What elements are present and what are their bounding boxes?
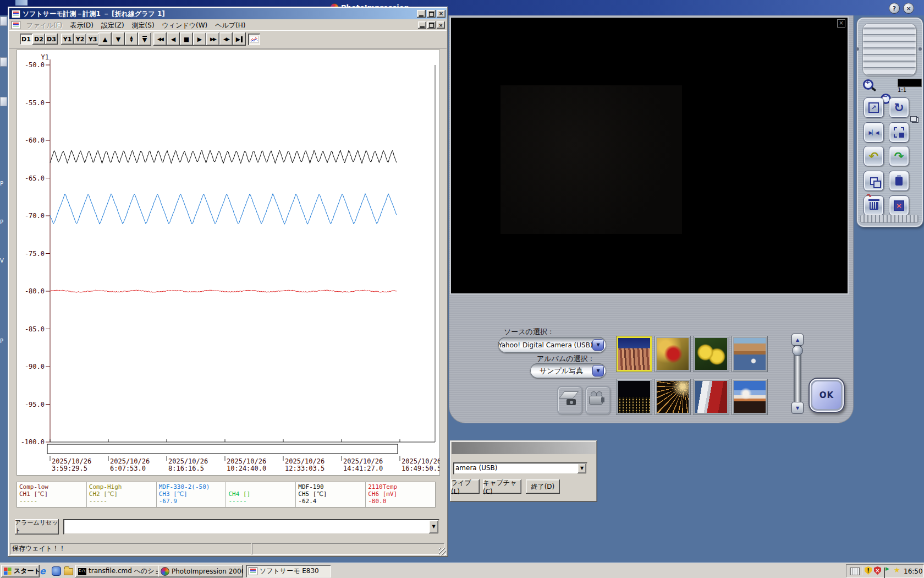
- paste-button[interactable]: [889, 171, 909, 191]
- copy-icon: [870, 177, 878, 185]
- undo-button[interactable]: [864, 146, 884, 166]
- quicklaunch-folder-icon[interactable]: [64, 568, 73, 575]
- taskbar-task-0[interactable]: C:\transfile.cmd へのショート...: [75, 565, 161, 577]
- safely-remove-icon[interactable]: [884, 568, 885, 578]
- channel-cell-2[interactable]: Comp-HighCH2 [℃]-----: [87, 482, 157, 507]
- graph-panel: Y1-50.0-55.0-60.0-65.0-70.0-75.0-80.0-85…: [16, 50, 440, 476]
- alarm-combo[interactable]: ▼: [63, 519, 439, 535]
- keyboard-layout-icon[interactable]: [850, 568, 860, 575]
- redo-button[interactable]: [889, 146, 909, 166]
- thumbnail-yellow-flowers[interactable]: [693, 336, 729, 372]
- copy-button[interactable]: [864, 171, 884, 191]
- measurement-titlebar[interactable]: ソフトサーモ計測－計測1 － [折れ線グラフ 1] ×: [9, 8, 447, 19]
- ok-button[interactable]: OK: [809, 378, 845, 413]
- security-alert-icon[interactable]: ×: [874, 566, 881, 575]
- camera-combo[interactable]: amera (USB) ▼: [453, 462, 587, 475]
- drive-button[interactable]: ライブ(L): [451, 479, 480, 494]
- resize-image-button[interactable]: [864, 97, 884, 118]
- toolbar-rewind-button[interactable]: ◀◀: [153, 32, 167, 46]
- thumbnail-lighthouse-ship[interactable]: [693, 379, 729, 415]
- menu-3[interactable]: 測定(S): [128, 20, 158, 31]
- album-dropdown-icon[interactable]: ▼: [592, 365, 604, 377]
- channel-cell-5[interactable]: MDF-190CH5 [℃]-62.4: [296, 482, 366, 507]
- toolbar-fast-forward-button[interactable]: ▶▶: [206, 32, 219, 46]
- alarm-reset-button[interactable]: アラームリセット: [15, 519, 59, 535]
- toolbar-stop-button[interactable]: ■: [180, 32, 193, 46]
- menu-1[interactable]: 表示(D): [66, 20, 97, 31]
- security-warning-icon[interactable]: !: [865, 566, 872, 575]
- capture-button[interactable]: キャプチャ(C): [483, 479, 521, 494]
- channel-cell-6[interactable]: 2110TempCH6 [mV]-80.0: [366, 482, 435, 507]
- scroll-down-icon[interactable]: ▼: [791, 402, 804, 414]
- taskbar-task-1[interactable]: PhotoImpression 2000: [158, 565, 243, 577]
- channel-cell-4[interactable]: CH4 []-----: [226, 482, 296, 507]
- crop-rotate-button[interactable]: [889, 122, 909, 143]
- delete-trash-button[interactable]: [864, 195, 884, 216]
- star-icon[interactable]: ★: [894, 566, 900, 574]
- toolbar-step-right-button[interactable]: ▶: [193, 32, 206, 46]
- palette-gripper[interactable]: [862, 23, 916, 76]
- zoom-ratio-label[interactable]: 1:1: [898, 87, 906, 93]
- resize-grip[interactable]: [439, 548, 446, 555]
- close-button[interactable]: ×: [903, 3, 914, 14]
- video-source-button[interactable]: [585, 386, 610, 415]
- toolbar-button-d3[interactable]: D3: [45, 34, 58, 45]
- thumbnail-light-web[interactable]: [654, 379, 691, 415]
- mdi-child-icon[interactable]: [12, 21, 20, 29]
- thumbnail-harbor-village[interactable]: [732, 336, 768, 372]
- scrollbar-thumb[interactable]: [792, 345, 803, 356]
- channel-title: [228, 483, 293, 490]
- alarm-dropdown-icon[interactable]: ▼: [429, 520, 438, 533]
- toolbar-step-left-button[interactable]: ◀: [167, 32, 180, 46]
- thumbnail-rock-towers[interactable]: [616, 336, 652, 372]
- toolbar-jump-end-button[interactable]: ▶: [233, 32, 246, 46]
- mdi-minimize-button[interactable]: [418, 21, 426, 29]
- source-dropdown-icon[interactable]: ▼: [592, 339, 604, 351]
- tray-clock[interactable]: 16:50: [904, 568, 923, 575]
- menu-5[interactable]: ヘルプ(H): [211, 20, 249, 31]
- help-button[interactable]: ?: [889, 3, 900, 14]
- quicklaunch-outlook-icon[interactable]: [52, 566, 61, 576]
- quicklaunch-ie-icon[interactable]: e: [40, 566, 48, 576]
- toolbar-span-horizontal-button[interactable]: ◀▶: [219, 32, 233, 46]
- graph-mode-button[interactable]: [248, 34, 260, 45]
- svg-text:-95.0: -95.0: [25, 401, 45, 408]
- channel-cell-1[interactable]: Comp-lowCH1 [℃]-----: [17, 482, 87, 507]
- toolbar-scroll-up-button[interactable]: ▲: [98, 32, 112, 46]
- menu-2[interactable]: 設定(Z): [97, 20, 128, 31]
- exit-button[interactable]: 終了(D): [526, 479, 560, 494]
- scroll-up-icon[interactable]: ▲: [791, 334, 804, 346]
- source-select-combo[interactable]: Yahoo! Digital Camera (USB) ▼: [498, 337, 606, 353]
- preview-close-icon[interactable]: ×: [837, 19, 845, 28]
- thumbnail-sunset-clouds[interactable]: [732, 379, 768, 415]
- toolbar-button-d2[interactable]: D2: [32, 34, 45, 45]
- toolbar-collapse-bottom-button[interactable]: ▼: [138, 32, 151, 46]
- menu-4[interactable]: ウィンドウ(W): [158, 20, 212, 31]
- svg-text:-85.0: -85.0: [25, 325, 45, 333]
- toolbar-scroll-down-button[interactable]: ▼: [112, 32, 125, 46]
- flip-horizontal-button[interactable]: [864, 122, 884, 143]
- toolbar-button-y2[interactable]: Y2: [74, 34, 86, 45]
- minimize-button[interactable]: [417, 10, 426, 18]
- restore-button[interactable]: [427, 10, 436, 18]
- toolbar-button-y3[interactable]: Y3: [86, 34, 99, 45]
- camera-dropdown-icon[interactable]: ▼: [578, 464, 586, 473]
- zoom-in-icon[interactable]: +: [861, 78, 877, 92]
- palette-bottom-gripper[interactable]: [860, 215, 919, 223]
- thumbnail-night-city[interactable]: [616, 379, 652, 415]
- scanner-source-button[interactable]: [557, 386, 582, 415]
- album-select-combo[interactable]: サンプル写真 ▼: [530, 363, 606, 378]
- start-button[interactable]: スタート: [1, 565, 40, 577]
- toolbar-button-d1[interactable]: D1: [20, 34, 32, 45]
- window-mode-icon[interactable]: [910, 116, 917, 122]
- delete-frame-button[interactable]: [889, 195, 909, 216]
- channel-cell-3[interactable]: MDF-330-2(-50)CH3 [℃]-67.9: [157, 482, 227, 507]
- mdi-close-button[interactable]: ×: [437, 21, 445, 29]
- toolbar-button-y1[interactable]: Y1: [61, 34, 74, 45]
- taskbar-task-2[interactable]: ソフトサーモ E830: [246, 565, 331, 577]
- toolbar-expand-vertical-button[interactable]: ▲ ▼: [125, 32, 138, 46]
- window-close-button[interactable]: ×: [437, 10, 446, 18]
- rotate-button[interactable]: [889, 97, 909, 118]
- mdi-restore-button[interactable]: [427, 21, 436, 29]
- thumbnail-cardinal-bird[interactable]: [654, 336, 691, 372]
